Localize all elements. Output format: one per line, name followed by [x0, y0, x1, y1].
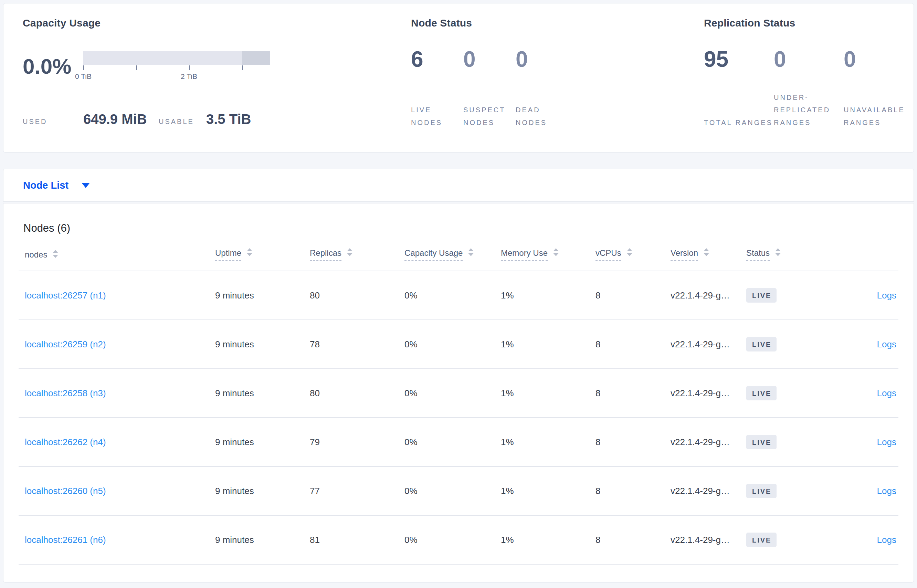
sort-icon[interactable]	[553, 248, 559, 256]
column-header-replicas[interactable]: Replicas	[310, 248, 404, 271]
panel-title: Capacity Usage	[23, 17, 411, 29]
logs-link[interactable]: Logs	[877, 388, 896, 398]
capacity-bar	[83, 51, 270, 65]
capacity-usage-cell: 0%	[404, 271, 501, 320]
cluster-summary-panel: Capacity Usage 0.0% 0 TiB 2 TiB	[3, 3, 914, 152]
nodes-table: nodes Uptime Replicas Capacity Usage Mem…	[19, 248, 898, 565]
panel-title: Replication Status	[704, 17, 914, 29]
column-header-capacity-usage[interactable]: Capacity Usage	[404, 248, 501, 271]
sort-icon[interactable]	[247, 248, 252, 256]
node-link[interactable]: localhost:26262 (n4)	[25, 437, 106, 447]
replication-status-panel: Replication Status 95 TOTAL RANGES 0 UND…	[704, 17, 914, 152]
used-label: USED	[23, 118, 83, 126]
sort-icon[interactable]	[468, 248, 474, 256]
status-badge: LIVE	[746, 337, 777, 352]
status-cell: LIVE	[746, 320, 825, 369]
vcpus-cell: 8	[596, 515, 670, 564]
capacity-usage-panel: Capacity Usage 0.0% 0 TiB 2 TiB	[23, 17, 411, 152]
node-link[interactable]: localhost:26258 (n3)	[25, 388, 106, 398]
stat-dead-nodes: 0 DEAD NODES	[516, 48, 568, 129]
vcpus-cell: 8	[596, 418, 670, 467]
nodes-table-card: Nodes (6) nodes Uptime Replicas	[3, 203, 914, 583]
table-row: localhost:26262 (n4) 9 minutes 79 0% 1% …	[19, 418, 898, 467]
sort-icon[interactable]	[347, 248, 352, 256]
node-link[interactable]: localhost:26261 (n6)	[25, 535, 106, 545]
status-badge: LIVE	[746, 288, 777, 303]
nodes-table-title: Nodes (6)	[23, 222, 898, 234]
sort-icon[interactable]	[627, 248, 632, 256]
version-cell: v22.1.4-29-g…	[670, 369, 746, 418]
memory-use-cell: 1%	[501, 271, 596, 320]
status-cell: LIVE	[746, 369, 825, 418]
table-header-row: nodes Uptime Replicas Capacity Usage Mem…	[19, 248, 898, 271]
replicas-cell: 77	[310, 467, 404, 515]
replicas-cell: 80	[310, 271, 404, 320]
capacity-bar-chart: 0 TiB 2 TiB	[83, 51, 270, 81]
vcpus-cell: 8	[596, 320, 670, 369]
total-ranges-label: TOTAL RANGES	[704, 116, 774, 129]
suspect-nodes-label: SUSPECT NODES	[463, 103, 516, 129]
status-badge: LIVE	[746, 435, 777, 449]
sort-icon[interactable]	[53, 250, 58, 258]
unavailable-count: 0	[844, 48, 914, 70]
column-header-memory-use[interactable]: Memory Use	[501, 248, 596, 271]
unavailable-label: UNAVAILABLE RANGES	[844, 103, 914, 129]
uptime-cell: 9 minutes	[215, 467, 310, 515]
under-replicated-label: UNDER-REPLICATED RANGES	[774, 91, 844, 129]
memory-use-cell: 1%	[501, 418, 596, 467]
status-badge: LIVE	[746, 533, 777, 547]
view-selector-bar: Node List	[3, 169, 914, 202]
node-status-panel: Node Status 6 LIVE NODES 0 SUSPECT NODES…	[411, 17, 704, 152]
uptime-cell: 9 minutes	[215, 271, 310, 320]
sort-icon[interactable]	[775, 248, 781, 256]
table-row: localhost:26260 (n5) 9 minutes 77 0% 1% …	[19, 467, 898, 515]
logs-link[interactable]: Logs	[877, 339, 896, 349]
status-cell: LIVE	[746, 418, 825, 467]
uptime-cell: 9 minutes	[215, 320, 310, 369]
dead-nodes-count: 0	[516, 48, 568, 70]
column-header-logs-empty	[825, 248, 898, 271]
stat-live-nodes: 6 LIVE NODES	[411, 48, 463, 129]
usable-value: 3.5 TiB	[206, 111, 251, 127]
column-header-version[interactable]: Version	[670, 248, 746, 271]
replicas-cell: 81	[310, 515, 404, 564]
total-ranges-count: 95	[704, 48, 774, 70]
sort-icon[interactable]	[704, 248, 709, 256]
replicas-cell: 78	[310, 320, 404, 369]
node-list-dropdown[interactable]: Node List	[23, 180, 90, 191]
capacity-bar-reserved-segment	[242, 51, 270, 65]
vcpus-cell: 8	[596, 271, 670, 320]
table-row: localhost:26258 (n3) 9 minutes 80 0% 1% …	[19, 369, 898, 418]
node-link[interactable]: localhost:26260 (n5)	[25, 486, 106, 496]
node-link[interactable]: localhost:26257 (n1)	[25, 290, 106, 300]
dead-nodes-label: DEAD NODES	[516, 103, 568, 129]
under-replicated-count: 0	[774, 48, 844, 70]
logs-link[interactable]: Logs	[877, 437, 896, 447]
memory-use-cell: 1%	[501, 320, 596, 369]
capacity-usage-cell: 0%	[404, 320, 501, 369]
capacity-usage-cell: 0%	[404, 515, 501, 564]
logs-link[interactable]: Logs	[877, 290, 896, 300]
replicas-cell: 79	[310, 418, 404, 467]
capacity-axis-labels: 0 TiB 2 TiB	[83, 72, 270, 81]
column-header-uptime[interactable]: Uptime	[215, 248, 310, 271]
column-header-status[interactable]: Status	[746, 248, 825, 271]
capacity-usage-cell: 0%	[404, 418, 501, 467]
logs-link[interactable]: Logs	[877, 486, 896, 496]
logs-link[interactable]: Logs	[877, 535, 896, 545]
nodes-table-body: localhost:26257 (n1) 9 minutes 80 0% 1% …	[19, 271, 898, 564]
node-list-dropdown-label: Node List	[23, 180, 68, 191]
version-cell: v22.1.4-29-g…	[670, 418, 746, 467]
column-header-nodes[interactable]: nodes	[19, 248, 215, 271]
vcpus-cell: 8	[596, 369, 670, 418]
node-link[interactable]: localhost:26259 (n2)	[25, 339, 106, 349]
column-header-vcpus[interactable]: vCPUs	[596, 248, 670, 271]
status-cell: LIVE	[746, 515, 825, 564]
uptime-cell: 9 minutes	[215, 369, 310, 418]
usable-label: USABLE	[159, 118, 206, 126]
capacity-axis-ticks	[83, 65, 270, 70]
panel-title: Node Status	[411, 17, 704, 29]
vcpus-cell: 8	[596, 467, 670, 515]
status-badge: LIVE	[746, 386, 777, 401]
live-nodes-label: LIVE NODES	[411, 103, 463, 129]
